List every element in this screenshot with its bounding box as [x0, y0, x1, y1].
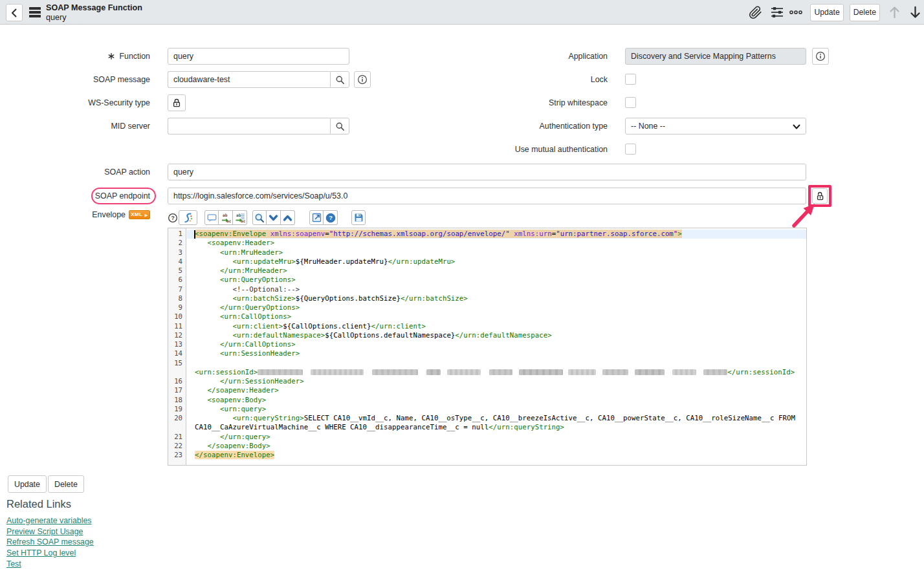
code-line: <urn:defaultNamespace>${CallOptions.defa…	[187, 331, 806, 340]
redacted-session-token	[703, 369, 727, 375]
editor-gutter: 1234567891011121314151617181920212223	[168, 228, 186, 465]
strip-whitespace-checkbox[interactable]	[625, 97, 636, 108]
update-button[interactable]: Update	[810, 4, 843, 21]
delete-button[interactable]: Delete	[850, 4, 880, 21]
field-row-function: Function	[0, 48, 349, 65]
personalize-form-icon[interactable]	[766, 3, 787, 22]
envelope-code-editor[interactable]: 1234567891011121314151617181920212223 <s…	[168, 228, 807, 466]
info-icon	[357, 74, 368, 85]
field-row-soap-message: SOAP message	[0, 71, 371, 88]
related-link[interactable]: Preview Script Usage	[6, 526, 83, 537]
envelope-label: Envelope	[92, 210, 126, 219]
mid-server-lookup-button[interactable]	[330, 118, 349, 135]
line-number: 4	[168, 257, 186, 266]
line-number: 13	[168, 340, 186, 349]
lock-label: Lock	[457, 71, 608, 88]
related-link[interactable]: Auto-generate variables	[6, 515, 92, 526]
code-line: </soapenv:Body>	[187, 442, 806, 451]
line-number: 14	[168, 349, 186, 358]
xml-type-badge[interactable]: XML ▶	[129, 210, 150, 219]
soap-endpoint-lock-button[interactable]	[812, 188, 828, 204]
expand-icon	[312, 213, 322, 222]
code-line: <soapenv:Header>	[187, 239, 806, 248]
next-record-icon[interactable]	[907, 3, 923, 22]
field-row-envelope: Envelope XML ▶	[0, 210, 150, 219]
application-info-button[interactable]	[812, 48, 829, 65]
code-line	[187, 359, 806, 368]
find-previous-button[interactable]	[281, 210, 295, 225]
code-line: <urn:QueryOptions>	[187, 276, 806, 285]
code-line: <urn:query>	[187, 405, 806, 414]
help-icon[interactable]: ?	[167, 212, 179, 224]
code-line: <urn:SessionHeader>	[187, 349, 806, 358]
lock-checkbox[interactable]	[625, 74, 636, 85]
previous-record-icon[interactable]	[886, 3, 902, 22]
back-button[interactable]	[6, 4, 23, 21]
code-line: <urn:MruHeader>	[187, 248, 806, 257]
strip-whitespace-label: Strip whitespace	[457, 94, 608, 111]
use-mutual-authentication-label: Use mutual authentication	[457, 141, 608, 158]
line-number: 6	[168, 276, 186, 285]
line-number: 22	[168, 442, 186, 451]
mid-server-input[interactable]	[168, 118, 330, 135]
more-options-icon[interactable]	[787, 3, 804, 22]
code-line: <soapenv:Body>	[187, 396, 806, 405]
page-title: SOAP Message Function	[46, 3, 142, 13]
soap-message-info-button[interactable]	[354, 71, 371, 88]
code-line: <urn:client>${CallOptions.client}</urn:c…	[187, 322, 806, 331]
replace-icon: ab ac	[221, 213, 231, 222]
field-row-application: Application	[457, 48, 829, 65]
code-line: </urn:MruHeader>	[187, 266, 806, 276]
chevron-down-icon	[269, 214, 278, 222]
line-number	[168, 368, 186, 377]
redacted-session-token	[672, 369, 696, 375]
authentication-type-value: -- None --	[631, 122, 665, 131]
line-number: 8	[168, 294, 186, 303]
authentication-type-label: Authentication type	[457, 118, 608, 135]
line-number: 17	[168, 386, 186, 395]
editor-help-button[interactable]: ?	[324, 210, 338, 225]
code-line: </urn:CallOptions>	[187, 340, 806, 349]
xml-badge-arrow-icon: ▶	[144, 213, 148, 217]
line-number: 12	[168, 331, 186, 340]
ws-security-lock-button[interactable]	[168, 94, 186, 111]
redacted-session-token	[489, 369, 512, 375]
authentication-type-select[interactable]: -- None --	[625, 118, 806, 135]
line-number: 23	[168, 451, 186, 460]
toggle-fullscreen-button[interactable]	[309, 210, 324, 225]
related-link[interactable]: Test	[6, 559, 21, 570]
help-circle-icon: ?	[325, 213, 336, 223]
use-mutual-authentication-checkbox[interactable]	[625, 144, 636, 155]
line-number: 15	[168, 359, 186, 368]
soap-message-lookup-button[interactable]	[330, 71, 349, 88]
format-code-button[interactable]	[179, 210, 197, 225]
comment-code-button[interactable]	[204, 210, 219, 225]
find-next-button[interactable]	[267, 210, 281, 225]
delete-button-footer[interactable]: Delete	[48, 475, 84, 493]
application-input[interactable]	[625, 48, 806, 65]
svg-text:ac: ac	[241, 219, 245, 222]
attachment-icon[interactable]	[745, 3, 766, 22]
related-link[interactable]: Set HTTP Log level	[6, 548, 76, 559]
save-icon	[354, 213, 364, 222]
redacted-session-token	[311, 369, 364, 375]
line-number: 11	[168, 322, 186, 331]
replace-all-button[interactable]: ab ac	[233, 210, 247, 225]
editor-toolbar: ? ab ac ab	[167, 210, 366, 225]
related-link[interactable]: Refresh SOAP message	[6, 537, 94, 548]
update-button-footer[interactable]: Update	[8, 475, 47, 493]
mandatory-icon	[108, 49, 115, 65]
ws-security-type-label: WS-Security type	[0, 94, 150, 111]
soap-message-input[interactable]	[168, 71, 330, 88]
soap-action-input[interactable]	[168, 164, 806, 180]
save-button-editor[interactable]	[351, 210, 366, 225]
replace-button[interactable]: ab ac	[219, 210, 233, 225]
redacted-session-token	[568, 369, 596, 375]
context-menu-icon[interactable]	[29, 7, 41, 17]
related-links-title: Related Links	[6, 498, 71, 510]
editor-search-button[interactable]	[252, 210, 267, 225]
svg-text:ab: ab	[236, 213, 241, 217]
soap-endpoint-input[interactable]	[168, 188, 806, 204]
function-input[interactable]	[168, 48, 349, 65]
svg-text:?: ?	[171, 215, 174, 221]
